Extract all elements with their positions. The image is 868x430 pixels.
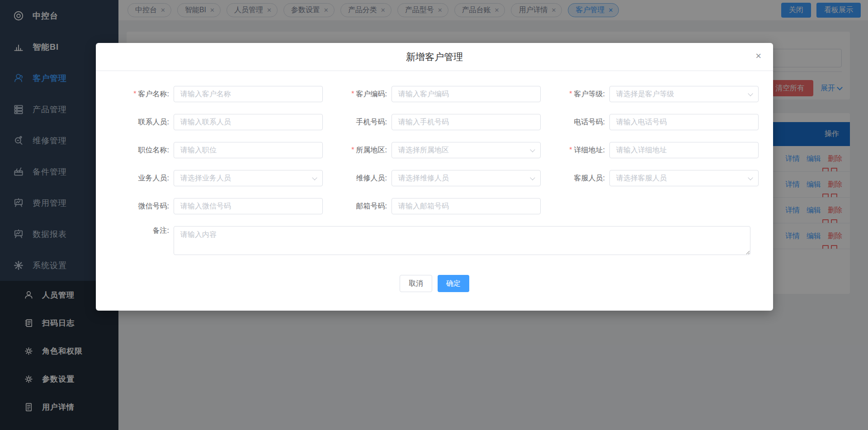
select-客户等级[interactable]: [609, 86, 759, 102]
form-field: 邮箱号码:: [326, 198, 543, 214]
form-field: *详细地址:: [543, 142, 761, 158]
form-row: *客户名称:*客户编码:*客户等级:: [108, 86, 761, 102]
select-control: [609, 170, 759, 186]
input-详细地址[interactable]: [609, 142, 759, 158]
field-label: 手机号码:: [326, 118, 392, 127]
required-asterisk: *: [351, 90, 354, 98]
add-customer-modal: 新增客户管理 × *客户名称:*客户编码:*客户等级:联系人员:手机号码:电话号…: [96, 43, 773, 311]
select-所属地区[interactable]: [392, 142, 541, 158]
form-field: *客户等级:: [543, 86, 761, 102]
form-row: 职位名称:*所属地区:*详细地址:: [108, 142, 761, 158]
input-电话号码[interactable]: [609, 114, 759, 130]
form-field: 微信号码:: [108, 198, 326, 214]
form-row: 微信号码:邮箱号码:: [108, 198, 761, 214]
input-control: [392, 198, 541, 214]
form-field: 业务人员:: [108, 170, 326, 186]
modal-title: 新增客户管理: [406, 51, 463, 63]
required-asterisk: *: [569, 90, 572, 98]
form-field: *客户名称:: [108, 86, 326, 102]
cancel-button[interactable]: 取消: [400, 275, 432, 292]
textarea-备注[interactable]: [174, 226, 750, 255]
field-label: *客户等级:: [543, 90, 609, 99]
close-icon[interactable]: ×: [755, 51, 761, 61]
note-row: 备注:: [108, 226, 761, 255]
field-label: *客户编码:: [326, 90, 392, 99]
confirm-button[interactable]: 确定: [438, 275, 469, 292]
modal-footer: 取消 确定: [96, 275, 773, 292]
input-微信号码[interactable]: [174, 198, 323, 214]
input-control: [392, 114, 541, 130]
field-label: *客户名称:: [108, 90, 174, 99]
field-label: 客服人员:: [543, 174, 609, 183]
input-客户名称[interactable]: [174, 86, 323, 102]
field-label: 职位名称:: [108, 146, 174, 155]
input-control: [609, 114, 759, 130]
field-label: *所属地区:: [326, 146, 392, 155]
field-label: 备注:: [108, 226, 174, 255]
modal-header: 新增客户管理 ×: [96, 43, 773, 71]
form-field: 客服人员:: [543, 170, 761, 186]
form-field: *所属地区:: [326, 142, 543, 158]
input-control: [174, 86, 323, 102]
field-label: 联系人员:: [108, 118, 174, 127]
form-field: 维修人员:: [326, 170, 543, 186]
input-control: [174, 142, 323, 158]
select-业务人员[interactable]: [174, 170, 323, 186]
select-维修人员[interactable]: [392, 170, 541, 186]
form-field: 手机号码:: [326, 114, 543, 130]
select-control: [392, 170, 541, 186]
required-asterisk: *: [569, 146, 572, 154]
select-control: [609, 86, 759, 102]
modal-body: *客户名称:*客户编码:*客户等级:联系人员:手机号码:电话号码:职位名称:*所…: [96, 71, 773, 255]
field-label: 邮箱号码:: [326, 202, 392, 211]
select-客服人员[interactable]: [609, 170, 759, 186]
field-label: *详细地址:: [543, 146, 609, 155]
input-邮箱号码[interactable]: [392, 198, 541, 214]
form-field: 电话号码:: [543, 114, 761, 130]
input-联系人员[interactable]: [174, 114, 323, 130]
select-control: [174, 170, 323, 186]
input-客户编码[interactable]: [392, 86, 541, 102]
form-row: 联系人员:手机号码:电话号码:: [108, 114, 761, 130]
required-asterisk: *: [351, 146, 354, 154]
required-asterisk: *: [133, 90, 136, 98]
note-control: [174, 226, 750, 255]
select-control: [392, 142, 541, 158]
form-field: *客户编码:: [326, 86, 543, 102]
input-control: [392, 86, 541, 102]
form-row: 业务人员:维修人员:客服人员:: [108, 170, 761, 186]
input-手机号码[interactable]: [392, 114, 541, 130]
field-label: 微信号码:: [108, 202, 174, 211]
input-control: [609, 142, 759, 158]
field-label: 业务人员:: [108, 174, 174, 183]
input-职位名称[interactable]: [174, 142, 323, 158]
input-control: [174, 198, 323, 214]
form-field: 职位名称:: [108, 142, 326, 158]
field-label: 维修人员:: [326, 174, 392, 183]
form-field: 联系人员:: [108, 114, 326, 130]
field-label: 电话号码:: [543, 118, 609, 127]
input-control: [174, 114, 323, 130]
